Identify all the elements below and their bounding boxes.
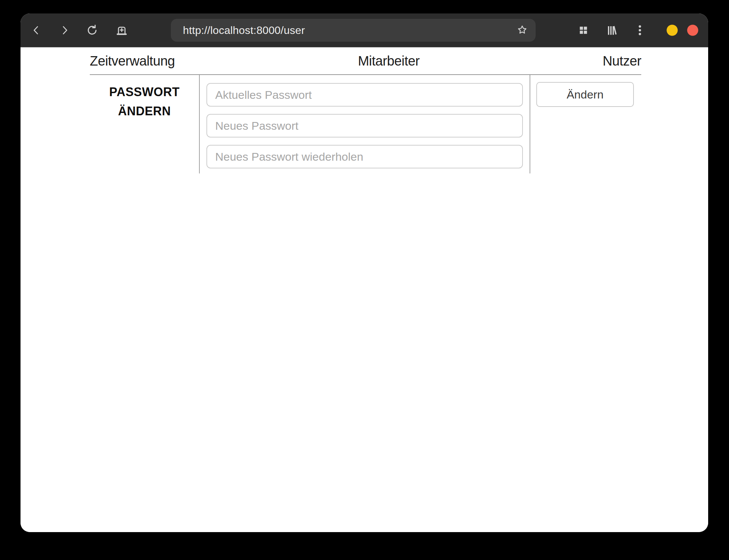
star-icon [516,24,528,37]
browser-window: http://localhost:8000/user [21,13,708,532]
new-tab-button[interactable] [113,22,130,39]
nav-item-nutzer[interactable]: Nutzer [603,53,641,69]
chevron-right-icon [59,25,70,36]
browser-toolbar: http://localhost:8000/user [21,13,708,47]
form-title-column: PASSWORT ÄNDERN [90,75,199,173]
close-window-button[interactable] [687,25,698,36]
url-text: http://localhost:8000/user [183,24,305,37]
nav-item-zeitverwaltung[interactable]: Zeitverwaltung [90,53,175,69]
reload-button[interactable] [83,22,101,39]
library-books-icon [606,24,618,36]
main-nav: Zeitverwaltung Mitarbeiter Nutzer [90,47,641,75]
password-change-section: PASSWORT ÄNDERN Ändern [90,75,641,173]
new-password-repeat-input[interactable] [206,145,523,168]
minimize-window-button[interactable] [667,25,678,36]
form-title: PASSWORT ÄNDERN [90,82,199,121]
bookmark-button[interactable] [514,22,530,38]
new-tab-icon [116,24,128,36]
grid-icon [578,25,589,36]
address-bar[interactable]: http://localhost:8000/user [171,19,536,42]
page-content: Zeitverwaltung Mitarbeiter Nutzer PASSWO… [21,47,708,532]
tab-overview-button[interactable] [575,22,592,39]
current-password-input[interactable] [206,83,523,107]
library-button[interactable] [603,22,621,39]
kebab-menu-icon [635,24,645,36]
forward-button[interactable] [56,22,73,39]
form-title-line1: PASSWORT [90,82,199,102]
chevron-left-icon [31,25,42,36]
menu-button[interactable] [631,22,649,39]
form-title-line2: ÄNDERN [90,102,199,121]
form-action-column: Ändern [530,75,641,173]
new-password-input[interactable] [206,114,523,137]
password-fields-column [199,75,530,173]
change-password-button[interactable]: Ändern [536,82,634,107]
nav-item-mitarbeiter[interactable]: Mitarbeiter [358,53,419,69]
reload-icon [86,24,99,37]
back-button[interactable] [28,22,45,39]
